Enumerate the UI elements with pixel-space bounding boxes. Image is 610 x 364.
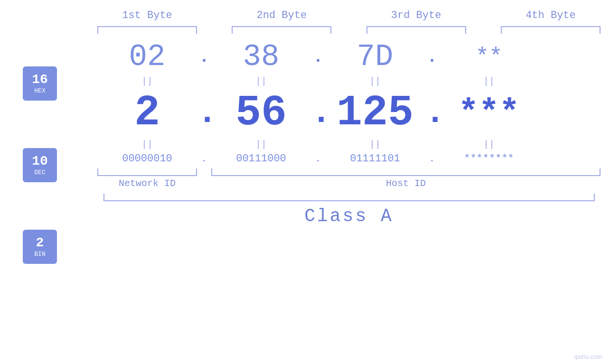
dec-dot1: .: [197, 93, 211, 132]
hex-dot1: .: [197, 47, 211, 67]
dec-dot2: .: [311, 93, 325, 132]
eq1-2: ||: [211, 76, 311, 87]
header-row: 1st Byte 2nd Byte 3rd Byte 4th Byte: [97, 9, 601, 21]
badge-hex: 16 HEX: [23, 66, 57, 101]
host-bracket: [211, 168, 601, 176]
eq1-1: ||: [97, 76, 197, 87]
bin-dot3-char: .: [430, 154, 435, 164]
network-id-label: Network ID: [97, 178, 197, 189]
badge-bin: 2 BIN: [23, 230, 57, 264]
bin-dot1-char: .: [202, 154, 207, 164]
dec-byte3: 125: [325, 89, 425, 137]
eq2-4: ||: [439, 139, 539, 150]
badge-bin-label: BIN: [34, 251, 45, 258]
hex-byte3: 7D: [325, 40, 425, 74]
equals-row-1: || || || ||: [97, 76, 601, 87]
dec-byte2-value: 56: [235, 89, 287, 137]
main-container: 1st Byte 2nd Byte 3rd Byte 4th Byte 16 H…: [0, 0, 610, 364]
dec-byte1: 2: [97, 89, 197, 137]
hex-byte1-value: 02: [129, 40, 166, 74]
hex-byte1: 02: [97, 40, 197, 74]
bracket-3: [366, 26, 466, 34]
hex-dot3-char: .: [427, 47, 437, 67]
dec-byte4: ***: [439, 93, 539, 132]
col-header-4: 4th Byte: [501, 9, 601, 21]
top-bracket-row: [97, 26, 601, 34]
class-bracket: [103, 194, 595, 201]
dec-byte1-value: 2: [134, 89, 160, 137]
class-label-row: Class A: [97, 206, 601, 226]
hex-byte3-value: 7D: [357, 40, 394, 74]
bracket-2: [232, 26, 331, 34]
bracket-1: [97, 26, 197, 34]
bin-byte2: 00111000: [211, 153, 311, 165]
network-bracket: [97, 168, 197, 176]
hex-dot3: .: [425, 47, 439, 67]
hex-byte4: **: [439, 44, 539, 70]
bin-byte1-value: 00000010: [122, 153, 172, 165]
hex-byte2-value: 38: [243, 40, 280, 74]
host-id-label: Host ID: [211, 178, 601, 189]
col-header-3: 3rd Byte: [366, 9, 466, 21]
bin-byte3: 01111101: [325, 153, 425, 165]
class-label: Class A: [304, 206, 394, 226]
hex-row: 02 . 38 . 7D . **: [97, 40, 601, 74]
id-labels-row: Network ID Host ID: [97, 178, 601, 189]
col-header-2: 2nd Byte: [232, 9, 331, 21]
bin-dot1: .: [197, 154, 211, 164]
bracket-4: [501, 26, 601, 34]
equals-row-2: || || || ||: [97, 139, 601, 150]
eq1-4: ||: [439, 76, 539, 87]
bin-byte1: 00000010: [97, 153, 197, 165]
dec-dot3: .: [425, 93, 439, 132]
hex-dot2-char: .: [313, 47, 323, 67]
col-header-1: 1st Byte: [97, 9, 197, 21]
dec-row: 2 . 56 . 125 . ***: [97, 89, 601, 137]
badge-column: 16 HEX 10 DEC 2 BIN: [23, 66, 57, 264]
bin-dot2: .: [311, 154, 325, 164]
bin-row: 00000010 . 00111000 . 01111101 . *******…: [97, 153, 601, 165]
badge-dec: 10 DEC: [23, 148, 57, 182]
eq2-3: ||: [325, 139, 425, 150]
hex-byte4-value: **: [475, 44, 503, 70]
bin-byte4-value: ********: [464, 153, 514, 165]
badge-bin-number: 2: [36, 236, 44, 250]
hex-dot2: .: [311, 47, 325, 67]
eq1-3: ||: [325, 76, 425, 87]
eq2-1: ||: [97, 139, 197, 150]
dec-byte3-value: 125: [337, 89, 413, 137]
dec-byte4-value: ***: [458, 93, 520, 132]
bottom-bracket-row: [97, 168, 601, 176]
bin-dot3: .: [425, 154, 439, 164]
bin-byte4: ********: [439, 153, 539, 165]
badge-hex-label: HEX: [34, 87, 45, 94]
bin-dot2-char: .: [316, 154, 321, 164]
badge-dec-number: 10: [32, 155, 48, 168]
eq2-2: ||: [211, 139, 311, 150]
watermark: ipshu.com: [574, 353, 602, 360]
badge-dec-label: DEC: [34, 169, 45, 176]
dec-byte2: 56: [211, 89, 311, 137]
bin-byte2-value: 00111000: [236, 153, 286, 165]
hex-byte2: 38: [211, 40, 311, 74]
hex-dot1-char: .: [199, 47, 209, 67]
bin-byte3-value: 01111101: [350, 153, 400, 165]
badge-hex-number: 16: [32, 73, 48, 86]
